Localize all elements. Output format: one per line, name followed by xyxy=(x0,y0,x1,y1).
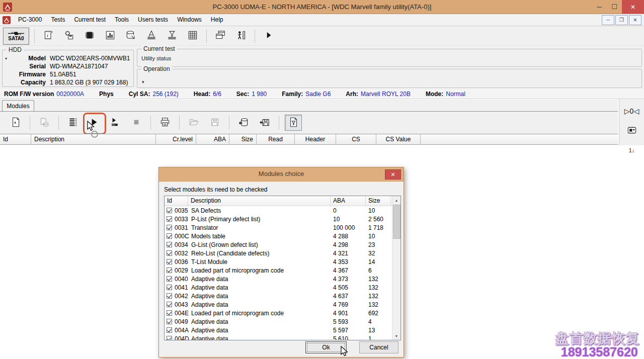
close-button[interactable]: ✕ xyxy=(622,0,644,14)
module-row-0029[interactable]: 0029Loaded part of microprogram code4 36… xyxy=(165,266,392,275)
module-checkbox[interactable] xyxy=(167,293,172,299)
dialog-column-header-aba[interactable]: ABA xyxy=(331,196,366,206)
tab-modules[interactable]: Modules xyxy=(2,100,34,112)
database-export-button[interactable] xyxy=(122,28,139,44)
module-row-0041[interactable]: 0041Adaptive data4 505132 xyxy=(165,283,392,292)
column-header-size[interactable]: Size xyxy=(229,134,257,144)
dialog-column-header-size[interactable]: Size xyxy=(366,196,391,206)
column-header-read[interactable]: Read xyxy=(257,134,295,144)
menu-current-test[interactable]: Current test xyxy=(69,14,110,26)
column-header-aba[interactable]: ABA xyxy=(196,134,229,144)
test-results-button[interactable] xyxy=(102,28,119,44)
windows-cascade-button[interactable] xyxy=(212,28,229,44)
module-row-0043[interactable]: 0043Adaptive data4 769132 xyxy=(165,300,392,309)
module-row-004A[interactable]: 004AAdaptive data5 59713 xyxy=(165,326,392,334)
menu-help[interactable]: Help xyxy=(206,14,228,26)
module-checkbox[interactable] xyxy=(167,225,172,230)
module-row-0040[interactable]: 0040Adaptive data4 373132 xyxy=(165,275,392,283)
right-tool-panel: ▷0◁1↓ xyxy=(619,99,644,145)
module-row-0049[interactable]: 0049Adaptive data5 5934 xyxy=(165,317,392,326)
module-checkbox[interactable] xyxy=(167,336,172,340)
module-row-004E[interactable]: 004ELoaded part of microprogram code4 90… xyxy=(165,309,392,317)
module-list-button[interactable] xyxy=(64,115,82,131)
column-header-cs[interactable]: CS xyxy=(336,134,376,144)
module-checkbox[interactable] xyxy=(167,216,172,222)
utility-info-button[interactable]: i xyxy=(40,28,57,44)
mdi-close-button[interactable]: ✕ xyxy=(629,15,641,25)
hdd-collapse-caret-icon[interactable]: ▾ xyxy=(5,56,7,61)
module-checkbox[interactable] xyxy=(167,310,172,316)
mdi-minimize-button[interactable]: ─ xyxy=(602,15,614,25)
counter-zero-button[interactable]: ▷0◁ xyxy=(623,103,640,119)
menu-tests[interactable]: Tests xyxy=(46,14,69,26)
run-options-button[interactable] xyxy=(107,115,124,131)
module-row-0033[interactable]: 0033P-List (Primary defect list)102 560 xyxy=(165,215,392,223)
mdi-restore-button[interactable]: ❐ xyxy=(615,15,628,25)
module-checkbox[interactable] xyxy=(167,233,172,239)
chip-board-button[interactable] xyxy=(623,123,640,139)
open-file-button[interactable] xyxy=(185,115,202,131)
module-checkbox[interactable] xyxy=(167,276,172,282)
operation-caret-icon[interactable]: ▾ xyxy=(142,79,144,84)
module-checkbox[interactable] xyxy=(167,259,172,264)
menu-tools[interactable]: Tools xyxy=(110,14,133,26)
cancel-button[interactable]: Cancel xyxy=(359,341,398,353)
module-checkbox[interactable] xyxy=(167,302,172,307)
module-copy-button[interactable] xyxy=(36,115,53,131)
scroll-up-icon[interactable]: ▲ xyxy=(392,196,400,204)
sort-order-button[interactable]: 1↓ xyxy=(623,142,640,158)
menu-users-tests[interactable]: Users tests xyxy=(133,14,173,26)
module-checkbox[interactable] xyxy=(167,327,172,333)
scroll-down-icon[interactable]: ▼ xyxy=(392,332,400,340)
module-aba: 4 353 xyxy=(331,258,366,265)
user-exit-button[interactable] xyxy=(232,28,250,44)
module-row-0036[interactable]: 0036T-List Module4 35314 xyxy=(165,257,392,266)
ok-button[interactable]: Ok xyxy=(305,341,347,353)
data-grid-button[interactable] xyxy=(184,28,201,44)
dialog-title-bar[interactable]: Modules choice ✕ xyxy=(159,167,404,182)
save-file-button[interactable] xyxy=(206,115,223,131)
read-drive-button[interactable] xyxy=(235,115,252,131)
maximize-button[interactable]: ☐ xyxy=(607,0,622,14)
column-header-header[interactable]: Header xyxy=(295,134,336,144)
dialog-close-button[interactable]: ✕ xyxy=(385,169,401,180)
module-row-0031[interactable]: 0031Translator100 0001 718 xyxy=(165,223,392,232)
sata-port-button[interactable]: SATA0 xyxy=(3,28,29,45)
write-drive-button[interactable] xyxy=(256,115,273,131)
scrollbar-thumb[interactable] xyxy=(393,205,400,239)
module-row-0034[interactable]: 0034G-List (Grown defect list)4 29823 xyxy=(165,240,392,249)
module-checkbox[interactable] xyxy=(167,242,172,247)
module-checkbox[interactable] xyxy=(167,250,172,256)
minimize-button[interactable]: ─ xyxy=(592,0,607,14)
print-button[interactable] xyxy=(156,115,174,131)
column-header-id[interactable]: Id xyxy=(0,134,31,144)
mdi-child-logo-icon xyxy=(3,16,11,24)
filter-modules-button[interactable] xyxy=(285,115,302,131)
run-test-button[interactable] xyxy=(86,115,103,131)
module-row-0032[interactable]: 0032Relo-List (Candidate defects)4 32132 xyxy=(165,249,392,257)
column-header-cr-level[interactable]: Cr.level xyxy=(156,134,196,144)
rom-chip-button[interactable] xyxy=(81,28,98,44)
module-row-0042[interactable]: 0042Adaptive data4 637132 xyxy=(165,292,392,300)
dialog-column-header-id[interactable]: Id xyxy=(165,196,188,206)
stop-button[interactable] xyxy=(128,115,145,131)
column-header-description[interactable]: Description xyxy=(31,134,156,144)
dialog-scrollbar[interactable]: ▲ ▼ xyxy=(392,196,400,340)
merge-lists-button[interactable] xyxy=(164,28,181,44)
menu-windows[interactable]: Windows xyxy=(173,14,206,26)
module-size: 132 xyxy=(366,276,391,283)
module-row-0035[interactable]: 0035SA Defects010 xyxy=(165,206,392,215)
module-checkbox[interactable] xyxy=(167,285,172,290)
module-checkbox[interactable] xyxy=(167,267,172,273)
dialog-column-header-description[interactable]: Description xyxy=(188,196,331,206)
build-module-button[interactable] xyxy=(7,115,24,131)
module-row-000C[interactable]: 000CModels table4 28810 xyxy=(165,232,392,240)
column-header-cs-value[interactable]: CS Value xyxy=(376,134,421,144)
module-checkbox[interactable] xyxy=(167,208,172,213)
utility-settings-button[interactable] xyxy=(60,28,77,44)
head-map-button[interactable] xyxy=(143,28,160,44)
more-tools-button[interactable] xyxy=(260,28,277,44)
module-row-004D[interactable]: 004DAdaptive data5 6101 xyxy=(165,334,392,340)
menu-pc-3000[interactable]: PC-3000 xyxy=(14,14,46,26)
module-checkbox[interactable] xyxy=(167,319,172,324)
